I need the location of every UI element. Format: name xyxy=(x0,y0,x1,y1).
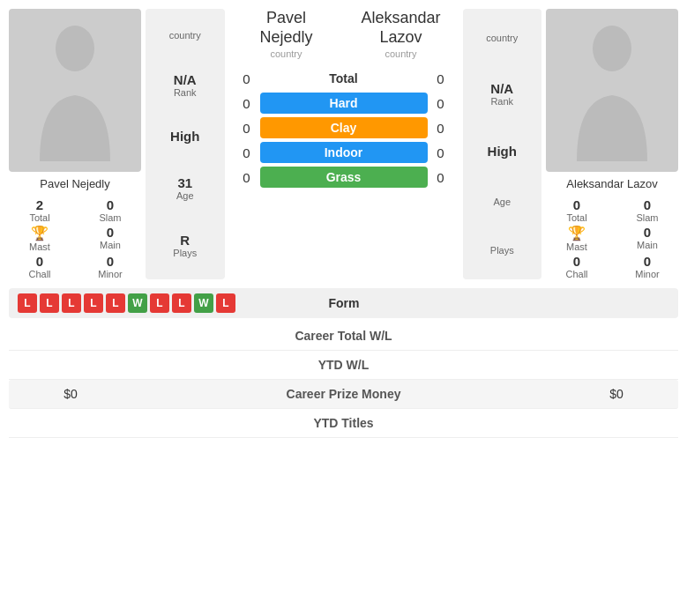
left-plays-value: R xyxy=(173,233,197,248)
surface-badge-grass: Grass xyxy=(260,167,428,188)
right-chall-cell: 0 Chall xyxy=(546,254,608,279)
left-total-cell: 2 Total xyxy=(9,197,71,223)
right-total-value: 0 xyxy=(573,197,580,212)
left-minor-cell: 0 Minor xyxy=(79,254,141,279)
left-country: country xyxy=(169,30,201,41)
right-high-block: High xyxy=(488,144,517,159)
surface-badge-clay: Clay xyxy=(260,117,428,138)
right-avatar-silhouette xyxy=(568,20,656,161)
svg-point-1 xyxy=(593,26,631,71)
surface-left-score-total: 0 xyxy=(234,71,260,86)
form-badge-3: L xyxy=(84,293,103,313)
left-chall-label: Chall xyxy=(28,269,50,279)
left-age-block: 31 Age xyxy=(176,175,194,201)
surface-row-indoor: 0Indoor0 xyxy=(229,142,459,163)
surface-row-total: 0Total0 xyxy=(229,68,459,89)
right-player-avatar xyxy=(546,9,678,172)
surface-right-score-grass: 0 xyxy=(428,170,454,185)
right-mast-label: Mast xyxy=(566,241,587,252)
surface-badge-total: Total xyxy=(260,68,428,89)
left-high-value: High xyxy=(170,129,199,144)
center-column: Pavel Nejedly country Aleksandar Lazov c… xyxy=(229,9,459,279)
form-badges: LLLLLWLLWL xyxy=(18,293,235,313)
surface-left-score-clay: 0 xyxy=(234,121,260,136)
surface-left-score-indoor: 0 xyxy=(234,145,260,160)
ytd-titles-label: YTD Titles xyxy=(123,416,564,430)
right-player-card: Aleksandar Lazov 0 Total 0 Slam 🏆 Mast 0… xyxy=(546,9,678,279)
left-plays-block: R Plays xyxy=(173,233,197,258)
right-age-block: Age xyxy=(493,197,511,207)
career-total-row: Career Total W/L xyxy=(9,322,678,351)
right-rank-label: Rank xyxy=(490,96,513,107)
left-slam-cell: 0 Slam xyxy=(79,197,141,223)
left-plays-label: Plays xyxy=(173,248,197,258)
surface-row-hard: 0Hard0 xyxy=(229,93,459,114)
form-badge-9: L xyxy=(216,293,235,313)
career-prize-label: Career Prize Money xyxy=(123,387,564,401)
right-plays-block: Plays xyxy=(490,245,514,256)
right-minor-cell: 0 Minor xyxy=(616,254,678,279)
left-total-label: Total xyxy=(29,212,49,223)
form-row: LLLLLWLLWL Form xyxy=(9,288,678,318)
surface-left-score-grass: 0 xyxy=(234,170,260,185)
left-chall-cell: 0 Chall xyxy=(9,254,71,279)
right-minor-value: 0 xyxy=(644,254,651,269)
center-right-name-block: Aleksandar Lazov country xyxy=(344,9,459,59)
right-main-value: 0 xyxy=(644,225,651,240)
left-age-label: Age xyxy=(176,190,194,201)
right-player-name: Aleksandar Lazov xyxy=(566,177,657,190)
right-rank-value: N/A xyxy=(490,81,513,96)
center-right-name-line1: Aleksandar xyxy=(361,9,440,26)
left-player-details: country N/A Rank High 31 Age R Plays xyxy=(146,9,225,279)
surface-left-score-hard: 0 xyxy=(234,96,260,111)
surface-row-grass: 0Grass0 xyxy=(229,167,459,188)
right-main-cell: 0 Main xyxy=(616,225,678,252)
right-rank-block: N/A Rank xyxy=(490,81,513,107)
left-player-stats: 2 Total 0 Slam 🏆 Mast 0 Main 0 Chall xyxy=(9,197,141,279)
right-high-value: High xyxy=(488,144,517,159)
surface-right-score-total: 0 xyxy=(428,71,454,86)
ytd-wl-label: YTD W/L xyxy=(123,358,564,372)
left-total-value: 2 xyxy=(36,197,43,212)
player-section: Pavel Nejedly 2 Total 0 Slam 🏆 Mast 0 Ma… xyxy=(0,0,687,288)
left-age-value: 31 xyxy=(176,175,194,190)
right-slam-cell: 0 Slam xyxy=(616,197,678,223)
career-prize-row: $0 Career Prize Money $0 xyxy=(9,380,678,409)
right-chall-label: Chall xyxy=(565,269,587,279)
left-minor-value: 0 xyxy=(107,254,114,269)
right-main-label: Main xyxy=(637,240,658,250)
surface-right-score-indoor: 0 xyxy=(428,145,454,160)
right-minor-label: Minor xyxy=(635,269,660,279)
right-slam-value: 0 xyxy=(644,197,651,212)
bottom-section: LLLLLWLLWL Form Career Total W/L YTD W/L… xyxy=(0,288,687,438)
center-left-name-line1: Pavel xyxy=(266,9,306,26)
right-age-label: Age xyxy=(493,197,511,207)
surface-right-score-hard: 0 xyxy=(428,96,454,111)
center-right-name-line2: Lazov xyxy=(379,28,422,46)
surface-rows: 0Total00Hard00Clay00Indoor00Grass0 xyxy=(229,68,459,188)
right-country: country xyxy=(486,33,518,43)
form-badge-8: W xyxy=(194,293,213,313)
left-player-card: Pavel Nejedly 2 Total 0 Slam 🏆 Mast 0 Ma… xyxy=(9,9,141,279)
left-rank-label: Rank xyxy=(174,87,197,98)
center-right-country: country xyxy=(385,48,416,59)
right-chall-value: 0 xyxy=(573,254,580,269)
left-slam-value: 0 xyxy=(107,197,114,212)
ytd-wl-row: YTD W/L xyxy=(9,351,678,380)
form-badge-1: L xyxy=(40,293,59,313)
left-trophy-icon: 🏆 xyxy=(31,225,49,241)
form-badge-5: W xyxy=(128,293,147,313)
ytd-titles-row: YTD Titles xyxy=(9,409,678,438)
surface-row-clay: 0Clay0 xyxy=(229,117,459,138)
right-mast-cell: 🏆 Mast xyxy=(546,225,608,252)
names-row: Pavel Nejedly country Aleksandar Lazov c… xyxy=(229,9,459,59)
right-plays-label: Plays xyxy=(490,245,514,256)
career-prize-left: $0 xyxy=(18,387,123,401)
center-left-name-block: Pavel Nejedly country xyxy=(229,9,344,59)
left-mast-label: Mast xyxy=(29,241,50,252)
right-player-stats: 0 Total 0 Slam 🏆 Mast 0 Main 0 Chall xyxy=(546,197,678,279)
form-badge-7: L xyxy=(172,293,191,313)
left-main-cell: 0 Main xyxy=(79,225,141,252)
surface-badge-hard: Hard xyxy=(260,93,428,114)
left-mast-cell: 🏆 Mast xyxy=(9,225,71,252)
